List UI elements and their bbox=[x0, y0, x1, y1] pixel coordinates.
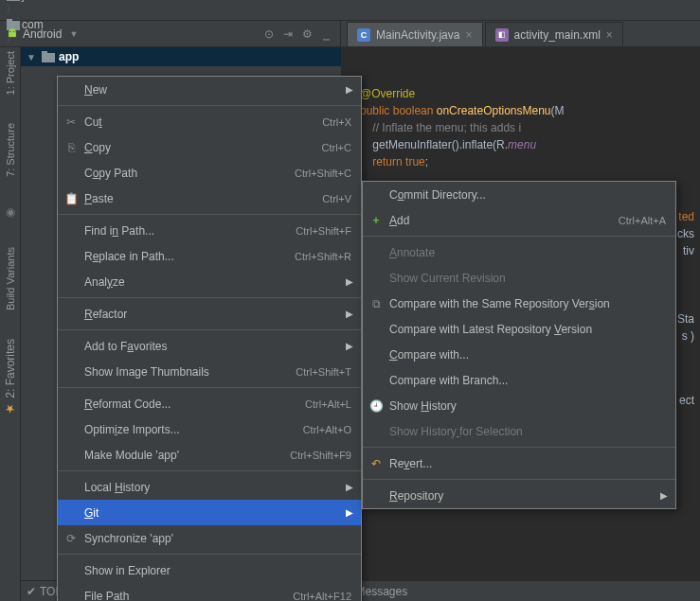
menu-item-label: Analyze bbox=[84, 275, 351, 289]
menu-item-annotate: Annotate bbox=[363, 239, 675, 265]
menu-item-show-image-thumbnails[interactable]: Show Image ThumbnailsCtrl+Shift+T bbox=[58, 359, 361, 384]
menu-separator bbox=[58, 297, 361, 298]
menu-item-paste[interactable]: 📋PasteCtrl+V bbox=[58, 186, 361, 211]
menu-shortcut: Ctrl+Shift+F bbox=[296, 225, 351, 237]
menu-item-add[interactable]: +AddCtrl+Alt+A bbox=[363, 207, 675, 233]
project-view-selector[interactable]: Android ▼ bbox=[6, 27, 78, 41]
menu-item-label: Optimize Imports... bbox=[84, 423, 303, 436]
menu-item-label: Repository bbox=[389, 489, 666, 503]
tab-label: activity_main.xml bbox=[514, 28, 601, 42]
menu-item-label: Compare with... bbox=[389, 348, 666, 362]
menu-item-file-path[interactable]: File PathCtrl+Alt+F12 bbox=[58, 583, 361, 601]
menu-item-replace-in-path[interactable]: Replace in Path...Ctrl+Shift+R bbox=[58, 243, 361, 269]
menu-item-label: Compare with Branch... bbox=[389, 374, 666, 387]
rail-structure[interactable]: 7: Structure bbox=[5, 123, 16, 177]
menu-item-label: Add to Favorites bbox=[84, 340, 351, 353]
cut-icon: ✂ bbox=[63, 115, 79, 129]
annotation: @Override bbox=[360, 87, 415, 100]
submenu-arrow-icon: ▶ bbox=[346, 507, 353, 518]
menu-item-analyze[interactable]: Analyze▶ bbox=[58, 269, 361, 294]
rail-favorites[interactable]: ★2: Favorites bbox=[4, 339, 17, 415]
menu-item-compare-with-branch[interactable]: Compare with Branch... bbox=[363, 367, 675, 393]
menu-item-make-module-app[interactable]: Make Module 'app'Ctrl+Shift+F9 bbox=[58, 442, 361, 468]
menu-item-label: Reformat Code... bbox=[84, 398, 305, 411]
left-tool-rail: 1: Project 7: Structure ◉ Build Variants… bbox=[0, 47, 21, 601]
menu-item-reformat-code[interactable]: Reformat Code...Ctrl+Alt+L bbox=[58, 391, 361, 416]
tab-activity-main-xml[interactable]: ◧ activity_main.xml × bbox=[485, 22, 623, 46]
menu-item-refactor[interactable]: Refactor▶ bbox=[58, 301, 361, 327]
menu-item-copy-path[interactable]: Copy PathCtrl+Shift+C bbox=[58, 160, 361, 186]
svg-point-19 bbox=[13, 30, 14, 31]
menu-shortcut: Ctrl+C bbox=[322, 142, 351, 153]
submenu-arrow-icon: ▶ bbox=[346, 482, 353, 492]
menu-item-local-history[interactable]: Local History▶ bbox=[58, 474, 361, 500]
svg-point-18 bbox=[10, 30, 11, 31]
menu-item-label: Revert... bbox=[389, 457, 666, 470]
menu-item-add-to-favorites[interactable]: Add to Favorites▶ bbox=[58, 333, 361, 359]
module-icon bbox=[42, 51, 55, 62]
menu-shortcut: Ctrl+Shift+R bbox=[295, 251, 351, 262]
menu-item-synchronize-app[interactable]: ⟳Synchronize 'app' bbox=[58, 525, 361, 551]
menu-item-git[interactable]: Git▶ bbox=[58, 500, 361, 525]
menu-item-compare-with-latest-repository-version[interactable]: Compare with Latest Repository Version bbox=[363, 316, 675, 342]
menu-item-label: Cut bbox=[84, 115, 322, 129]
android-icon bbox=[6, 27, 19, 41]
menu-shortcut: Ctrl+Alt+F12 bbox=[293, 591, 351, 602]
menu-item-label: Local History bbox=[84, 481, 351, 494]
menu-shortcut: Ctrl+Alt+O bbox=[303, 424, 351, 435]
menu-item-cut[interactable]: ✂CutCtrl+X bbox=[58, 109, 361, 134]
menu-item-commit-directory[interactable]: Commit Directory... bbox=[363, 182, 675, 207]
menu-item-show-current-revision: Show Current Revision bbox=[363, 265, 675, 291]
dropdown-arrow-icon: ▼ bbox=[65, 29, 78, 39]
menu-separator bbox=[58, 329, 361, 330]
menu-item-compare-with[interactable]: Compare with... bbox=[363, 342, 675, 367]
menu-item-repository[interactable]: Repository▶ bbox=[363, 483, 675, 508]
svg-rect-20 bbox=[42, 53, 55, 62]
copy-icon: ⎘ bbox=[63, 141, 79, 154]
menu-item-label: Show History bbox=[389, 399, 666, 413]
menu-item-show-history[interactable]: 🕘Show History bbox=[363, 393, 675, 418]
rail-android-icon[interactable]: ◉ bbox=[6, 205, 15, 219]
breadcrumb-bar: BlogApp〉app〉src〉main〉java〉com〉example〉ke… bbox=[0, 0, 700, 21]
breadcrumb-separator-icon: 〉 bbox=[4, 3, 19, 16]
tab-label: MainActivity.java bbox=[376, 28, 459, 42]
menu-separator bbox=[58, 554, 361, 555]
context-menu[interactable]: New▶✂CutCtrl+X⎘CopyCtrl+CCopy PathCtrl+S… bbox=[57, 76, 362, 601]
git-submenu[interactable]: Commit Directory...+AddCtrl+Alt+AAnnotat… bbox=[362, 181, 676, 509]
collapse-icon[interactable]: ⇥ bbox=[279, 26, 296, 43]
menu-item-find-in-path[interactable]: Find in Path...Ctrl+Shift+F bbox=[58, 218, 361, 243]
tab-main-activity[interactable]: C MainActivity.java × bbox=[347, 22, 483, 46]
menu-item-optimize-imports[interactable]: Optimize Imports...Ctrl+Alt+O bbox=[58, 416, 361, 442]
menu-shortcut: Ctrl+Alt+A bbox=[619, 215, 666, 226]
settings-gear-icon[interactable]: ⚙ bbox=[298, 26, 315, 43]
menu-separator bbox=[363, 236, 675, 237]
menu-shortcut: Ctrl+Alt+L bbox=[305, 398, 351, 410]
rail-build-variants[interactable]: Build Variants bbox=[5, 247, 16, 310]
menu-item-show-in-explorer[interactable]: Show in Explorer bbox=[58, 557, 361, 583]
menu-item-revert[interactable]: ↶Revert... bbox=[363, 451, 675, 476]
close-icon[interactable]: × bbox=[606, 28, 613, 42]
menu-item-copy[interactable]: ⎘CopyCtrl+C bbox=[58, 134, 361, 160]
tree-node-label: app bbox=[59, 50, 79, 63]
paste-icon: 📋 bbox=[63, 192, 79, 205]
menu-shortcut: Ctrl+Shift+C bbox=[295, 168, 351, 179]
menu-item-label: Show Current Revision bbox=[389, 272, 666, 285]
hide-icon[interactable]: ⎯ bbox=[317, 26, 334, 43]
breadcrumb-label: java bbox=[22, 0, 43, 2]
revert-icon: ↶ bbox=[368, 457, 384, 470]
menu-item-label: Find in Path... bbox=[84, 224, 296, 238]
scroll-from-source-icon[interactable]: ⊙ bbox=[260, 26, 278, 43]
close-icon[interactable]: × bbox=[465, 28, 472, 42]
menu-item-label: Refactor bbox=[84, 308, 351, 321]
menu-item-new[interactable]: New▶ bbox=[58, 77, 361, 102]
menu-separator bbox=[363, 479, 675, 480]
project-view-label: Android bbox=[23, 27, 62, 41]
expand-arrow-icon[interactable]: ▼ bbox=[27, 52, 38, 62]
menu-item-compare-with-the-same-repository-version[interactable]: ⧉Compare with the Same Repository Versio… bbox=[363, 291, 675, 316]
rail-project[interactable]: 1: Project bbox=[5, 51, 16, 95]
java-class-icon: C bbox=[357, 28, 370, 42]
menu-item-label: Make Module 'app' bbox=[84, 449, 290, 462]
history-icon: 🕘 bbox=[368, 399, 384, 413]
breadcrumb-item[interactable]: java bbox=[4, 0, 85, 2]
tree-node-app[interactable]: ▼ app bbox=[21, 47, 341, 66]
